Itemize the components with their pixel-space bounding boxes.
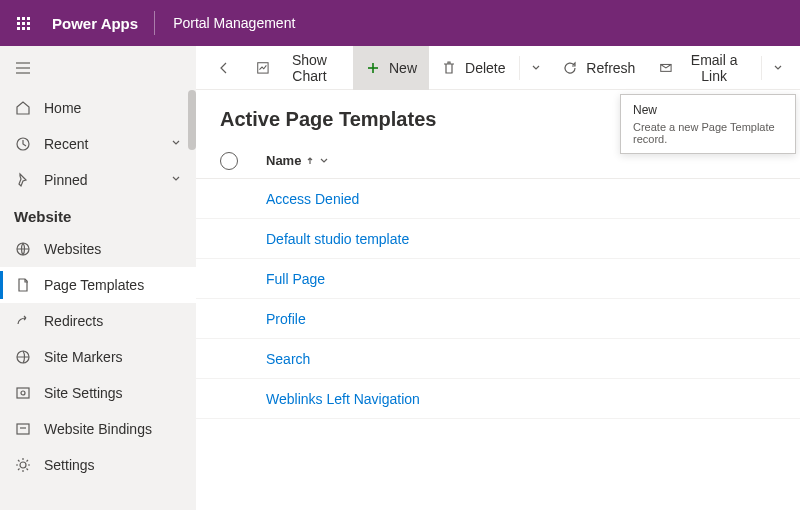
page-icon <box>14 276 32 294</box>
svg-rect-6 <box>17 388 29 398</box>
chevron-down-icon <box>319 156 329 166</box>
nav-pinned-label: Pinned <box>44 172 88 188</box>
nav-settings[interactable]: Settings <box>0 447 196 483</box>
back-button[interactable] <box>204 46 244 90</box>
nav-item-label: Site Markers <box>44 349 123 365</box>
table-row[interactable]: Full Page <box>196 259 800 299</box>
row-link[interactable]: Default studio template <box>266 231 409 247</box>
svg-point-9 <box>20 462 26 468</box>
nav-home[interactable]: Home <box>0 90 196 126</box>
redirect-icon <box>14 312 32 330</box>
column-header-name[interactable]: Name <box>266 153 329 168</box>
waffle-icon <box>17 17 30 30</box>
nav-item-label: Redirects <box>44 313 103 329</box>
pin-icon <box>14 171 32 189</box>
tooltip: New Create a new Page Template record. <box>620 94 796 154</box>
hamburger-button[interactable] <box>0 46 196 90</box>
gear-icon <box>14 456 32 474</box>
bindings-icon <box>14 420 32 438</box>
nav-section-website: Website <box>0 198 196 231</box>
chart-icon <box>256 60 270 76</box>
table-row[interactable]: Default studio template <box>196 219 800 259</box>
new-label: New <box>389 60 417 76</box>
column-name-label: Name <box>266 153 301 168</box>
nav-site-markers[interactable]: Site Markers <box>0 339 196 375</box>
email-split-button[interactable] <box>764 46 792 90</box>
nav-redirects[interactable]: Redirects <box>0 303 196 339</box>
top-bar: Power Apps Portal Management <box>0 0 800 46</box>
svg-point-7 <box>21 391 25 395</box>
nav-website-bindings[interactable]: Website Bindings <box>0 411 196 447</box>
chevron-down-icon <box>772 62 784 74</box>
email-link-button[interactable]: Email a Link <box>647 46 759 90</box>
globe-icon <box>14 240 32 258</box>
row-link[interactable]: Weblinks Left Navigation <box>266 391 420 407</box>
nav-page-templates[interactable]: Page Templates <box>0 267 196 303</box>
delete-split-button[interactable] <box>522 46 550 90</box>
table-row[interactable]: Profile <box>196 299 800 339</box>
scrollbar[interactable] <box>188 90 196 150</box>
refresh-label: Refresh <box>586 60 635 76</box>
nav-recent-label: Recent <box>44 136 88 152</box>
waffle-button[interactable] <box>0 0 46 46</box>
chevron-down-icon <box>170 136 182 152</box>
nav-recent[interactable]: Recent <box>0 126 196 162</box>
nav-home-label: Home <box>44 100 81 116</box>
table-row[interactable]: Search <box>196 339 800 379</box>
delete-label: Delete <box>465 60 505 76</box>
table-row[interactable]: Access Denied <box>196 179 800 219</box>
env-name: Portal Management <box>155 15 313 31</box>
svg-rect-8 <box>17 424 29 434</box>
table-row[interactable]: Weblinks Left Navigation <box>196 379 800 419</box>
hamburger-icon <box>14 59 32 77</box>
show-chart-label: Show Chart <box>278 52 341 84</box>
email-link-label: Email a Link <box>681 52 747 84</box>
nav-item-label: Settings <box>44 457 95 473</box>
sidebar: Home Recent Pinned Website Websites Page… <box>0 46 196 510</box>
nav-item-label: Page Templates <box>44 277 144 293</box>
select-all-checkbox[interactable] <box>220 152 238 170</box>
plus-icon <box>365 60 381 76</box>
globe-icon <box>14 348 32 366</box>
nav-item-label: Websites <box>44 241 101 257</box>
row-link[interactable]: Access Denied <box>266 191 359 207</box>
command-bar: Show Chart New Delete Refresh Email a Li… <box>196 46 800 90</box>
main-area: Show Chart New Delete Refresh Email a Li… <box>196 46 800 510</box>
clock-icon <box>14 135 32 153</box>
show-chart-button[interactable]: Show Chart <box>244 46 353 90</box>
new-button[interactable]: New <box>353 46 429 90</box>
sort-asc-icon <box>305 156 315 166</box>
app-name: Power Apps <box>46 15 154 32</box>
nav-websites[interactable]: Websites <box>0 231 196 267</box>
delete-button[interactable]: Delete <box>429 46 517 90</box>
cmd-separator <box>519 56 520 80</box>
mail-icon <box>659 60 673 76</box>
nav-pinned[interactable]: Pinned <box>0 162 196 198</box>
back-icon <box>216 60 232 76</box>
tooltip-title: New <box>633 103 783 117</box>
chevron-down-icon <box>170 172 182 188</box>
row-link[interactable]: Search <box>266 351 310 367</box>
nav-site-settings[interactable]: Site Settings <box>0 375 196 411</box>
row-link[interactable]: Profile <box>266 311 306 327</box>
refresh-button[interactable]: Refresh <box>550 46 647 90</box>
nav-item-label: Site Settings <box>44 385 123 401</box>
settings-icon <box>14 384 32 402</box>
nav-item-label: Website Bindings <box>44 421 152 437</box>
tooltip-body: Create a new Page Template record. <box>633 121 783 145</box>
row-link[interactable]: Full Page <box>266 271 325 287</box>
chevron-down-icon <box>530 62 542 74</box>
refresh-icon <box>562 60 578 76</box>
home-icon <box>14 99 32 117</box>
cmd-separator <box>761 56 762 80</box>
trash-icon <box>441 60 457 76</box>
